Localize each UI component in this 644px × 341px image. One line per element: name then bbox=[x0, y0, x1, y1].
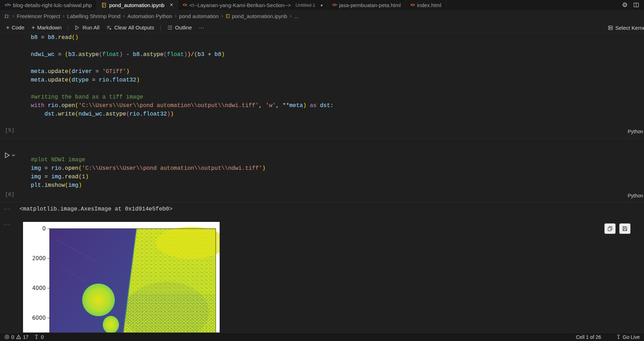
tab-bar: <?> blog-details-right-lulc-sahiwal.php … bbox=[0, 0, 644, 10]
tab-pond-automation-ipynb[interactable]: pond_automation.ipynb × bbox=[97, 0, 178, 10]
save-icon bbox=[622, 226, 628, 231]
tab-blog-details-php[interactable]: <?> blog-details-right-lulc-sahiwal.php bbox=[0, 0, 97, 10]
warning-count: 17 bbox=[23, 334, 29, 340]
html-file-icon: <> bbox=[332, 2, 337, 7]
cell-language-picker[interactable]: Python bbox=[628, 193, 643, 199]
ndwi-raster-image bbox=[50, 227, 220, 332]
cell-divider bbox=[0, 202, 644, 202]
php-file-icon: <?> bbox=[5, 3, 11, 7]
add-markdown-cell-button[interactable]: + Markdown bbox=[28, 23, 65, 32]
notebook-file-icon bbox=[101, 2, 107, 8]
ports-indicator[interactable]: 0 bbox=[34, 334, 44, 340]
chevron-right-icon: › bbox=[221, 13, 223, 19]
notebook-toolbar: + Code + Markdown Run All Clear All Outp… bbox=[0, 22, 644, 33]
status-bar: 0 17 0 Cell 1 of 26 Go Live bbox=[0, 332, 644, 341]
plus-icon: + bbox=[6, 24, 10, 30]
cell-language-picker[interactable]: Python bbox=[628, 129, 643, 134]
error-icon bbox=[4, 334, 10, 340]
tab-label: pond_automation.ipynb bbox=[109, 2, 164, 8]
html-file-icon: <> bbox=[410, 2, 414, 7]
code-cell-1[interactable]: b8 = b8.read()ndwi_wc = (b3.astype(float… bbox=[31, 33, 334, 118]
error-count: 0 bbox=[11, 334, 14, 340]
notebook-file-icon bbox=[226, 14, 230, 18]
close-icon[interactable]: × bbox=[170, 2, 173, 8]
play-icon bbox=[4, 152, 11, 159]
add-code-cell-button[interactable]: + Code bbox=[3, 23, 28, 32]
gear-icon[interactable]: ⚙ bbox=[622, 2, 628, 8]
chevron-right-icon: › bbox=[290, 13, 292, 19]
breadcrumb: D: › Freelencer Project › Labelling Shri… bbox=[0, 10, 644, 22]
broadcast-icon bbox=[616, 335, 621, 340]
chevron-right-icon: › bbox=[12, 13, 14, 19]
output-text-repr: <matplotlib.image.AxesImage at 0x1d914e5… bbox=[19, 205, 173, 213]
execution-count-cell-1: [5] bbox=[5, 128, 15, 134]
y-tick-label: 4000 bbox=[32, 285, 46, 291]
status-bar-left: 0 17 0 bbox=[4, 334, 44, 340]
copy-icon bbox=[607, 226, 613, 231]
breadcrumb-item-labelling-shrimp-pond[interactable]: Labelling Shrimp Pond bbox=[67, 13, 120, 19]
breadcrumb-item-drive[interactable]: D: bbox=[5, 13, 10, 19]
cell-position-indicator[interactable]: Cell 1 of 26 bbox=[576, 334, 601, 340]
plus-icon: + bbox=[32, 24, 35, 30]
status-bar-right: Cell 1 of 26 Go Live bbox=[576, 334, 640, 340]
more-actions-button[interactable]: ··· bbox=[196, 23, 208, 32]
run-all-button[interactable]: Run All bbox=[72, 23, 103, 32]
notebook-editor: b8 = b8.read()ndwi_wc = (b3.astype(float… bbox=[0, 33, 644, 332]
plot-output-image: 0 2000 4000 6000 bbox=[23, 222, 220, 332]
chevron-right-icon: › bbox=[123, 13, 125, 19]
breadcrumb-item-freelencer-project[interactable]: Freelencer Project bbox=[17, 13, 60, 19]
copy-output-button[interactable] bbox=[604, 223, 616, 234]
y-tick-label: 0 bbox=[42, 225, 46, 232]
html-file-icon: <> bbox=[183, 2, 187, 7]
breadcrumb-item-automation-python[interactable]: Automation Python bbox=[127, 13, 172, 19]
y-tick-label: 2000 bbox=[32, 255, 46, 262]
outline-button[interactable]: Outline bbox=[164, 23, 195, 32]
tab-description: Untitled-1 bbox=[295, 2, 315, 8]
ports-count: 0 bbox=[41, 334, 44, 340]
go-live-button[interactable]: Go Live bbox=[616, 334, 640, 340]
tab-label: blog-details-right-lulc-sahiwal.php bbox=[13, 2, 92, 8]
tab-label: <!--Layanan-yang-Kami-Berikan-Section--> bbox=[190, 2, 291, 8]
vscode-window: <?> blog-details-right-lulc-sahiwal.php … bbox=[0, 0, 644, 341]
problems-indicator[interactable]: 0 17 bbox=[4, 334, 28, 340]
breadcrumb-item-file[interactable]: pond_automation.ipynb bbox=[226, 13, 287, 19]
tab-label: index.html bbox=[417, 2, 441, 8]
output-menu-icon[interactable]: ··· bbox=[4, 205, 10, 213]
cell-divider bbox=[0, 138, 644, 139]
breadcrumb-item-pond-automation[interactable]: pond automation bbox=[179, 13, 219, 19]
modified-dot-icon[interactable]: ● bbox=[321, 3, 323, 7]
run-cell-button[interactable] bbox=[4, 152, 15, 159]
run-all-icon bbox=[75, 25, 80, 30]
radio-tower-icon bbox=[34, 335, 39, 340]
select-kernel-button[interactable]: Select Kernel bbox=[608, 22, 644, 33]
execution-count-cell-2: [6] bbox=[5, 192, 15, 198]
toolbar-separator bbox=[160, 25, 161, 30]
clear-all-outputs-button[interactable]: Clear All Outputs bbox=[103, 23, 157, 32]
y-tick-label: 6000 bbox=[32, 315, 46, 321]
editor-actions: ⚙ bbox=[622, 0, 644, 10]
code-cell-2[interactable]: #plot NDWI imageimg = rio.open('C:\\User… bbox=[31, 156, 266, 190]
kernel-icon bbox=[608, 25, 613, 30]
tab-label: jasa-pembuatan-peta.html bbox=[339, 2, 401, 8]
chevron-down-icon[interactable] bbox=[12, 154, 15, 157]
tab-index-html[interactable]: <> index.html bbox=[406, 0, 446, 10]
chevron-right-icon: › bbox=[175, 13, 176, 19]
toolbar-separator bbox=[68, 25, 68, 30]
clear-all-icon bbox=[106, 25, 112, 30]
output-menu-icon[interactable]: ··· bbox=[4, 220, 10, 229]
chevron-right-icon: › bbox=[63, 13, 64, 19]
warning-icon bbox=[16, 334, 21, 340]
split-editor-icon[interactable] bbox=[633, 2, 639, 8]
breadcrumb-item-overflow[interactable]: ... bbox=[294, 13, 299, 19]
tab-jasa-pembuatan-peta[interactable]: <> jasa-pembuatan-peta.html bbox=[328, 0, 406, 10]
tab-untitled-1[interactable]: <> <!--Layanan-yang-Kami-Berikan-Section… bbox=[178, 0, 328, 10]
outline-icon bbox=[167, 25, 173, 30]
save-output-button[interactable] bbox=[619, 223, 631, 234]
